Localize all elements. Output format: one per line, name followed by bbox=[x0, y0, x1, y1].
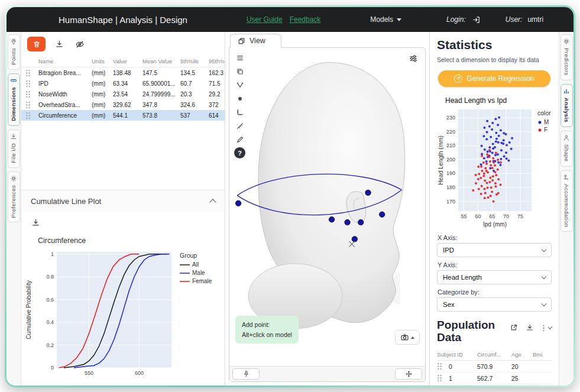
categorize-select[interactable]: Sex bbox=[437, 297, 552, 312]
subject-circumference: 562.7 bbox=[477, 375, 511, 382]
tab-label: Predictors bbox=[563, 48, 569, 76]
svg-text:Group: Group bbox=[180, 252, 197, 259]
drag-handle-icon[interactable] bbox=[25, 69, 31, 77]
landmark-point[interactable] bbox=[365, 190, 371, 195]
landmark-point[interactable] bbox=[379, 212, 384, 217]
pin-view-button[interactable] bbox=[232, 368, 260, 380]
screenshot-button[interactable] bbox=[395, 330, 420, 345]
population-table: Subject ID Circumf... Age Bmi 0 570.9 20… bbox=[437, 349, 552, 384]
table-row[interactable]: 1 562.7 25 bbox=[437, 372, 552, 384]
download-icon bbox=[10, 133, 17, 140]
model-viewport[interactable]: ? Add point: Alt+click on model bbox=[229, 48, 425, 366]
statistics-panel: Statistics Select a dimension to display… bbox=[429, 32, 559, 385]
dimension-p5: 20.3 bbox=[180, 91, 209, 98]
table-row-selected[interactable]: Circumference (mm) 544.1 573.8 537 614 bbox=[21, 110, 225, 121]
sidebar-tab-predictors[interactable]: Predictors bbox=[560, 34, 573, 80]
dimension-name: NoseWidth bbox=[38, 91, 92, 98]
svg-text:Ipd (mm): Ipd (mm) bbox=[483, 221, 507, 228]
col-header: Circumf... bbox=[477, 351, 511, 358]
draw-tool-button[interactable] bbox=[234, 134, 246, 145]
cumulative-plot-section-header[interactable]: Cumulative Line Plot bbox=[21, 190, 225, 212]
chevron-down-icon bbox=[542, 247, 546, 251]
open-external-button[interactable] bbox=[508, 322, 520, 333]
pan-move-button[interactable] bbox=[395, 368, 422, 380]
user-guide-link[interactable]: User Guide bbox=[247, 15, 283, 24]
drag-handle-icon[interactable] bbox=[25, 80, 31, 88]
sidebar-tab-points[interactable]: Points bbox=[8, 34, 20, 70]
angle-measure-button[interactable] bbox=[234, 79, 246, 91]
drag-handle-icon[interactable] bbox=[437, 374, 442, 382]
caret-up-icon bbox=[411, 336, 414, 339]
x-axis-select[interactable]: IPD bbox=[437, 243, 552, 257]
user-area: User: umtri bbox=[506, 15, 543, 24]
sidebar-tab-file-io[interactable]: File I/O bbox=[8, 129, 20, 168]
measure-line-button[interactable] bbox=[234, 120, 246, 132]
dimension-p95: 71.5 bbox=[209, 80, 225, 87]
view-tab[interactable]: View bbox=[230, 34, 281, 48]
view-panel: ? Add point: Alt+click on model bbox=[229, 47, 426, 382]
categorize-label: Categorize by: bbox=[438, 289, 552, 296]
download-plot-button[interactable] bbox=[28, 216, 43, 229]
delete-dimension-button[interactable] bbox=[27, 37, 46, 51]
svg-text:70: 70 bbox=[503, 213, 509, 219]
table-row[interactable]: NoseWidth (mm) 23.54 24.799999... 20.3 2… bbox=[21, 89, 225, 99]
external-link-icon bbox=[510, 323, 518, 332]
landmark-point[interactable] bbox=[329, 217, 334, 222]
svg-text:M: M bbox=[544, 119, 549, 125]
table-row[interactable]: 0 570.9 20 bbox=[437, 361, 552, 372]
login-icon[interactable] bbox=[472, 15, 481, 24]
landmark-point[interactable] bbox=[345, 219, 350, 225]
table-row[interactable]: OverheadStra... (mm) 329.62 347.8 324.6 … bbox=[21, 99, 225, 110]
categorize-value: Sex bbox=[443, 301, 455, 308]
landmark-point[interactable] bbox=[235, 200, 241, 206]
chevron-down-icon bbox=[397, 18, 401, 21]
drag-handle-icon[interactable] bbox=[25, 101, 31, 109]
landmark-point[interactable] bbox=[358, 219, 364, 225]
trash-icon bbox=[33, 40, 41, 48]
view-settings-button[interactable] bbox=[407, 53, 419, 64]
nav-links: User Guide Feedback bbox=[247, 15, 320, 24]
tab-label: Accommodation bbox=[563, 184, 569, 227]
download-population-button[interactable] bbox=[524, 322, 536, 333]
statistics-title: Statistics bbox=[437, 38, 552, 52]
drag-handle-icon[interactable] bbox=[25, 90, 31, 98]
point-tool-button[interactable] bbox=[234, 93, 246, 105]
svg-text:Cumulative Probability: Cumulative Probability bbox=[25, 280, 32, 339]
axes-icon bbox=[236, 108, 244, 116]
svg-text:550: 550 bbox=[85, 370, 93, 376]
y-axis-select[interactable]: Head Length bbox=[437, 270, 552, 284]
help-button[interactable]: ? bbox=[234, 147, 245, 158]
generate-regression-label: Generate Regression bbox=[466, 74, 534, 83]
drag-handle-icon[interactable] bbox=[25, 112, 31, 119]
sidebar-tab-accommodation[interactable]: Accommodation bbox=[560, 170, 573, 232]
drag-handle-icon[interactable] bbox=[437, 362, 442, 370]
models-dropdown[interactable]: Models bbox=[370, 15, 401, 24]
svg-text:60: 60 bbox=[475, 213, 481, 219]
menu-tool-button[interactable] bbox=[234, 52, 246, 64]
table-row[interactable]: Bitragion Brea... (mm) 138.48 147.5 134.… bbox=[21, 67, 225, 78]
view-bottom-bar bbox=[229, 366, 425, 381]
sidebar-tab-preferences[interactable]: Preferences bbox=[8, 171, 20, 223]
hide-dimensions-button[interactable] bbox=[73, 38, 87, 51]
y-axis-label: Y Axis: bbox=[438, 261, 552, 268]
axes-tool-button[interactable] bbox=[234, 106, 246, 118]
landmark-point[interactable] bbox=[352, 237, 357, 242]
dimension-p95: 162.3 bbox=[209, 70, 225, 76]
more-menu-button[interactable]: ⋮ bbox=[540, 322, 552, 333]
table-row[interactable]: IPD (mm) 63.34 65.900001... 60.7 71.5 bbox=[21, 78, 225, 89]
dimension-mean: 147.5 bbox=[142, 70, 180, 76]
dimension-value: 544.1 bbox=[113, 112, 142, 119]
population-actions: ⋮ bbox=[508, 319, 552, 344]
download-dimensions-button[interactable] bbox=[52, 38, 66, 51]
chevron-up-icon bbox=[209, 199, 216, 205]
sidebar-tab-analysis[interactable]: Analysis bbox=[560, 84, 573, 127]
copy-tool-button[interactable] bbox=[234, 66, 246, 77]
sidebar-tab-shape[interactable]: Shape bbox=[560, 131, 573, 166]
sidebar-tab-dimensions[interactable]: Dimensions bbox=[8, 73, 20, 126]
generate-regression-button[interactable]: ? Generate Regression bbox=[438, 70, 550, 87]
feedback-link[interactable]: Feedback bbox=[290, 15, 321, 24]
view-tab-label: View bbox=[250, 37, 265, 45]
left-tab-strip: Points Dimensions File I/O Preferences bbox=[7, 32, 21, 385]
dimension-name: Circumference bbox=[38, 112, 92, 119]
angle-measure-icon bbox=[236, 81, 244, 89]
